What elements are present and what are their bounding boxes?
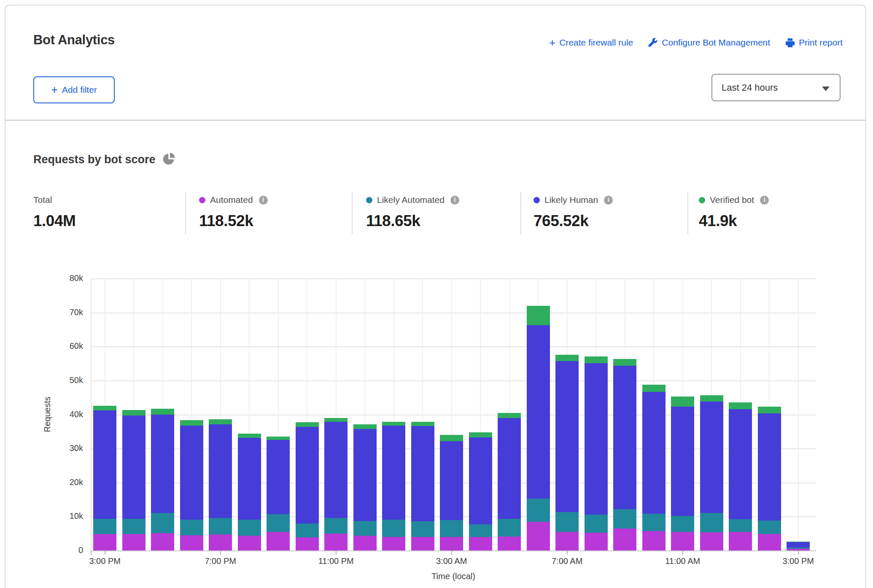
bar-segment-likely-human	[440, 441, 463, 520]
bar-segment-automated	[440, 537, 463, 550]
bar-segment-verified-bot	[758, 407, 781, 413]
bar-segment-verified-bot	[209, 419, 232, 424]
y-tick-label: 0	[54, 545, 83, 555]
bar-segment-likely-automated	[440, 520, 463, 537]
bar-segment-automated	[324, 534, 348, 550]
bar-segment-likely-human	[209, 424, 232, 518]
bar-segment-likely-automated	[353, 521, 377, 536]
bar-segment-verified-bot	[267, 437, 290, 440]
bar-segment-likely-human	[469, 437, 492, 524]
bar-segment-likely-automated	[700, 513, 723, 533]
x-tick	[567, 550, 568, 555]
bar-segment-likely-automated	[469, 524, 492, 537]
stacked-bar[interactable]	[700, 395, 723, 550]
stacked-bar[interactable]	[267, 437, 290, 550]
stacked-bar[interactable]	[729, 402, 752, 550]
bar-segment-automated	[758, 534, 781, 550]
stacked-bar[interactable]	[671, 396, 694, 550]
bar-segment-verified-bot	[411, 422, 434, 426]
bar-segment-likely-automated	[787, 548, 810, 549]
bar-segment-likely-human	[671, 407, 694, 516]
bar-segment-likely-automated	[296, 523, 319, 538]
bar-segment-automated	[613, 529, 636, 550]
requests-by-bot-score-chart: Requests Time (local) 010k20k30k40k50k60…	[5, 5, 865, 588]
stacked-bar[interactable]	[411, 422, 434, 550]
bar-segment-likely-automated	[527, 499, 550, 522]
bar-segment-automated	[469, 537, 492, 550]
bar-segment-verified-bot	[585, 356, 608, 363]
stacked-bar[interactable]	[122, 410, 146, 550]
x-tick-label: 7:00 AM	[534, 556, 601, 566]
stacked-bar[interactable]	[555, 355, 579, 550]
y-gridline	[91, 550, 816, 551]
y-tick-label: 50k	[54, 375, 83, 385]
stacked-bar[interactable]	[613, 359, 636, 550]
y-tick-label: 70k	[54, 307, 83, 317]
bar-segment-verified-bot	[180, 420, 203, 426]
bar-segment-likely-human	[93, 410, 116, 519]
y-gridline	[91, 346, 816, 347]
bar-segment-likely-automated	[758, 521, 781, 534]
bar-segment-likely-human	[382, 426, 405, 519]
stacked-bar[interactable]	[758, 407, 781, 550]
stacked-bar[interactable]	[585, 356, 608, 550]
bar-segment-likely-automated	[671, 516, 694, 532]
bar-segment-likely-automated	[238, 520, 261, 536]
bar-segment-automated	[700, 532, 723, 550]
stacked-bar[interactable]	[469, 432, 492, 550]
bar-segment-automated	[296, 537, 319, 550]
stacked-bar[interactable]	[324, 418, 348, 550]
bar-segment-likely-human	[296, 427, 319, 523]
stacked-bar[interactable]	[382, 422, 405, 550]
bar-segment-automated	[671, 532, 694, 550]
bar-segment-likely-automated	[209, 518, 232, 534]
bar-segment-likely-human	[729, 409, 752, 519]
bar-segment-likely-human	[527, 325, 550, 498]
y-tick-label: 80k	[54, 273, 83, 283]
bar-segment-automated	[382, 537, 405, 550]
stacked-bar[interactable]	[93, 406, 116, 550]
bar-segment-likely-automated	[498, 519, 521, 537]
stacked-bar[interactable]	[209, 419, 232, 550]
stacked-bar[interactable]	[440, 435, 463, 550]
x-tick	[91, 550, 92, 555]
bar-segment-likely-automated	[729, 519, 752, 532]
bar-segment-likely-human	[238, 438, 261, 519]
x-tick-label: 7:00 PM	[187, 556, 254, 566]
bar-segment-likely-automated	[93, 519, 116, 534]
bar-segment-verified-bot	[440, 435, 463, 441]
bar-segment-likely-automated	[613, 509, 636, 529]
bar-segment-verified-bot	[353, 424, 377, 429]
stacked-bar[interactable]	[527, 306, 550, 550]
bar-segment-automated	[122, 534, 146, 550]
y-tick-label: 10k	[54, 511, 83, 521]
bar-segment-automated	[527, 522, 550, 550]
x-axis-title: Time (local)	[390, 572, 517, 581]
bar-segment-verified-bot	[296, 422, 319, 426]
stacked-bar[interactable]	[238, 434, 261, 550]
bar-segment-verified-bot	[324, 418, 348, 422]
bar-segment-automated	[180, 535, 203, 550]
x-tick-label: 11:00 AM	[649, 556, 717, 566]
stacked-bar[interactable]	[353, 424, 377, 550]
x-tick	[798, 550, 799, 555]
stacked-bar[interactable]	[787, 542, 810, 550]
bar-segment-automated	[267, 532, 290, 550]
bar-segment-likely-human	[555, 361, 579, 512]
stacked-bar[interactable]	[180, 420, 203, 550]
stacked-bar[interactable]	[498, 413, 521, 550]
x-tick	[336, 550, 337, 555]
y-gridline	[91, 313, 816, 313]
bar-segment-likely-human	[151, 415, 174, 513]
x-tick-label: 3:00 PM	[71, 556, 139, 566]
bar-segment-likely-automated	[324, 518, 348, 534]
y-tick-label: 20k	[54, 477, 83, 487]
stacked-bar[interactable]	[296, 422, 319, 550]
stacked-bar[interactable]	[151, 409, 174, 550]
bar-segment-likely-human	[180, 426, 203, 519]
y-tick-label: 40k	[54, 410, 83, 419]
bar-segment-likely-automated	[585, 515, 608, 533]
x-tick-label: 3:00 AM	[418, 556, 485, 566]
stacked-bar[interactable]	[642, 385, 666, 550]
bar-segment-verified-bot	[382, 422, 405, 426]
